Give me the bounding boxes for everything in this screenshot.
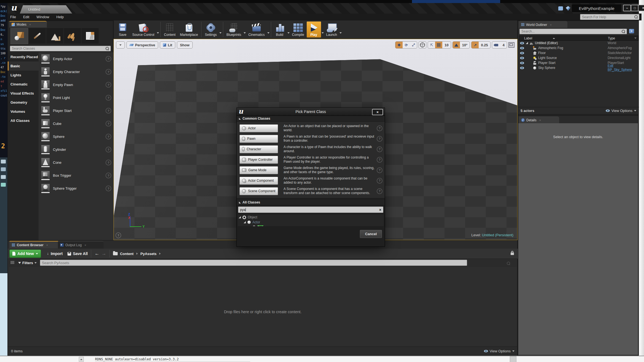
tab-close-icon[interactable]: × bbox=[539, 119, 541, 122]
title-bar[interactable] bbox=[7, 3, 639, 14]
import-button[interactable]: ← Import bbox=[45, 251, 63, 256]
help-icon[interactable]: ? bbox=[377, 146, 382, 152]
type-filter-icon[interactable] bbox=[634, 37, 637, 39]
save-all-button[interactable]: Save All bbox=[68, 251, 88, 256]
dialog-close-button[interactable]: × bbox=[372, 109, 383, 115]
help-icon[interactable]: ? bbox=[377, 157, 382, 163]
blueprints-dropdown-icon[interactable] bbox=[244, 32, 246, 34]
level-tab[interactable]: Untitled bbox=[20, 5, 72, 14]
class-row-scene-component[interactable]: Scene Component A Scene Component is a c… bbox=[237, 186, 385, 196]
scale-snap-button[interactable]: ↗ bbox=[471, 42, 479, 48]
class-row-pawn[interactable]: Pawn A Pawn is an actor that can be 'pos… bbox=[237, 133, 385, 144]
clear-search-icon[interactable]: × bbox=[379, 208, 381, 212]
place-item-player-start[interactable]: Player Start ? bbox=[39, 104, 114, 117]
help-icon[interactable]: ? bbox=[106, 108, 111, 114]
content-button[interactable]: Content bbox=[162, 22, 177, 37]
outliner-add-icon[interactable]: + bbox=[629, 29, 634, 33]
breadcrumb-pyassets[interactable]: PyAssets bbox=[141, 252, 157, 256]
actor-component-class-button[interactable]: Actor Component bbox=[239, 177, 278, 185]
outliner-row-light-source[interactable]: Light Source DirectionalLight bbox=[519, 55, 638, 60]
close-button[interactable]: × bbox=[638, 5, 644, 11]
marketplace-button[interactable]: Marketplace bbox=[178, 22, 200, 37]
cinematics-button[interactable]: Cinematics bbox=[246, 22, 266, 37]
place-item-point-light[interactable]: Point Light ? bbox=[39, 91, 114, 104]
lock-icon[interactable] bbox=[511, 253, 514, 255]
mode-paint-button[interactable] bbox=[29, 28, 46, 44]
grid-snap-value[interactable]: 10 bbox=[442, 43, 451, 47]
background-scrollbar[interactable] bbox=[510, 356, 516, 362]
minimize-button[interactable]: – bbox=[623, 5, 631, 11]
play-button[interactable]: Play bbox=[307, 22, 321, 37]
help-icon[interactable]: ? bbox=[377, 167, 382, 173]
game-mode-class-button[interactable]: Game Mode bbox=[239, 166, 278, 174]
outliner-row-sky-sphere[interactable]: Sky Sphere Edit BP_Sky_Sphere bbox=[519, 65, 638, 70]
tab-close-icon[interactable]: × bbox=[46, 243, 48, 247]
tab-modes[interactable]: Modes × bbox=[9, 21, 47, 28]
category-all-classes[interactable]: All Classes bbox=[8, 116, 39, 125]
build-button[interactable]: Build bbox=[273, 22, 287, 37]
menu-window[interactable]: Window bbox=[36, 15, 49, 19]
camera-speed-value[interactable]: 4 bbox=[500, 43, 507, 47]
sources-panel-icon[interactable] bbox=[10, 261, 14, 264]
menu-file[interactable]: File bbox=[10, 15, 16, 19]
category-recently-placed[interactable]: Recently Placed bbox=[8, 52, 39, 61]
maximize-button[interactable]: □ bbox=[631, 5, 639, 11]
outliner-search-input[interactable] bbox=[519, 29, 627, 34]
scene-component-class-button[interactable]: Scene Component bbox=[239, 187, 278, 195]
move-tool-button[interactable]: ✥ bbox=[395, 42, 403, 48]
build-dropdown-icon[interactable] bbox=[287, 32, 290, 34]
angle-snap-button[interactable] bbox=[453, 42, 460, 48]
scroll-up-arrow[interactable] bbox=[79, 357, 84, 362]
help-icon[interactable]: ? bbox=[106, 186, 111, 191]
scale-snap-value[interactable]: 0.25 bbox=[479, 43, 490, 47]
column-label[interactable]: Label bbox=[524, 36, 532, 40]
visibility-eye-icon[interactable] bbox=[520, 47, 524, 49]
show-button[interactable]: Show bbox=[177, 41, 193, 49]
help-icon[interactable]: ? bbox=[106, 134, 111, 140]
level-value[interactable]: Untitled (Persistent) bbox=[482, 233, 513, 237]
tree-row-actor[interactable]: Actor bbox=[238, 220, 384, 225]
expander-icon[interactable] bbox=[244, 221, 246, 223]
tab-close-icon[interactable]: × bbox=[29, 23, 31, 26]
help-icon[interactable]: ? bbox=[106, 95, 111, 101]
expander-icon[interactable] bbox=[239, 216, 241, 218]
place-item-empty-character[interactable]: Empty Character ? bbox=[39, 65, 114, 78]
rotate-tool-button[interactable]: ⟳ bbox=[403, 42, 410, 48]
class-row-actor-component[interactable]: Actor Component An ActorComponent is a r… bbox=[237, 175, 385, 186]
chat-icon[interactable] bbox=[558, 6, 563, 10]
angle-snap-value[interactable]: 10° bbox=[460, 43, 470, 47]
outliner-row-atmospheric-fog[interactable]: Atmospheric Fog AtmosphericFog bbox=[519, 45, 638, 50]
asset-area[interactable]: Drop files here or right click to create… bbox=[9, 267, 517, 347]
help-icon[interactable]: ? bbox=[106, 82, 111, 88]
expander-icon[interactable] bbox=[526, 42, 528, 44]
dialog-title-bar[interactable]: u Pick Parent Class × bbox=[237, 108, 385, 116]
category-cinematic[interactable]: Cinematic bbox=[8, 80, 39, 89]
tab-details[interactable]: i Details × bbox=[519, 116, 559, 123]
outliner-row-floor[interactable]: Floor StaticMeshActor bbox=[519, 50, 638, 55]
filter-funnel-icon[interactable] bbox=[18, 262, 21, 264]
settings-button[interactable]: Settings bbox=[203, 22, 219, 37]
tree-row-object[interactable]: Object bbox=[238, 215, 384, 220]
class-row-game-mode[interactable]: Game Mode Game Mode defines the game bei… bbox=[237, 165, 385, 175]
visibility-eye-icon[interactable] bbox=[520, 57, 524, 59]
grid-snap-button[interactable] bbox=[435, 42, 442, 48]
row-type-link[interactable]: Edit BP_Sky_Sphere bbox=[608, 64, 638, 72]
actor-class-button[interactable]: Actor bbox=[239, 124, 278, 132]
place-item-cube[interactable]: Cube ? bbox=[39, 117, 114, 130]
category-volumes[interactable]: Volumes bbox=[8, 107, 39, 116]
compile-button[interactable]: Compile bbox=[290, 22, 306, 37]
help-icon[interactable]: ? bbox=[106, 56, 111, 62]
help-search[interactable] bbox=[580, 14, 639, 20]
visibility-eye-icon[interactable] bbox=[520, 42, 524, 44]
settings-dropdown-icon[interactable] bbox=[219, 32, 222, 34]
visibility-eye-icon[interactable] bbox=[520, 52, 524, 54]
mode-landscape-button[interactable] bbox=[46, 28, 63, 44]
search-classes[interactable] bbox=[10, 46, 111, 51]
place-item-cylinder[interactable]: Cylinder ? bbox=[39, 143, 114, 156]
help-icon[interactable]: ? bbox=[106, 69, 111, 75]
source-control-dropdown-icon[interactable] bbox=[157, 32, 159, 34]
camera-speed-button[interactable] bbox=[492, 42, 500, 48]
category-basic[interactable]: Basic bbox=[8, 61, 39, 71]
camera-mode-button[interactable]: Perspective bbox=[126, 41, 158, 49]
world-local-button[interactable] bbox=[419, 41, 426, 49]
